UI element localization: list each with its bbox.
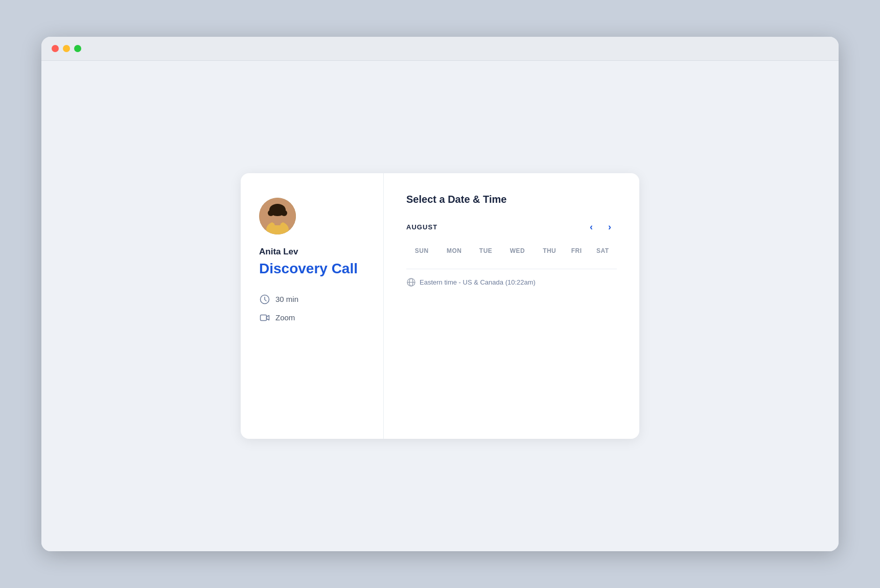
traffic-light-fullscreen[interactable]	[74, 45, 81, 52]
avatar-wrapper	[259, 198, 365, 234]
avatar	[259, 198, 296, 234]
browser-titlebar	[41, 37, 839, 61]
right-panel: Select a Date & Time AUGUST ‹ › SUN MON …	[384, 173, 639, 439]
calendar-grid: SUN MON TUE WED THU FRI SAT	[406, 244, 617, 260]
svg-rect-9	[261, 315, 267, 320]
calendar-header: AUGUST ‹ ›	[406, 220, 617, 234]
weekday-thu: THU	[535, 244, 565, 260]
timezone-row: Eastern time - US & Canada (10:22am)	[406, 269, 617, 287]
traffic-light-close[interactable]	[52, 45, 59, 52]
weekday-sun: SUN	[406, 244, 437, 260]
section-title: Select a Date & Time	[406, 194, 617, 205]
next-month-button[interactable]: ›	[603, 220, 617, 234]
left-panel: Anita Lev Discovery Call 30 min	[241, 173, 384, 439]
weekday-mon: MON	[437, 244, 471, 260]
weekday-fri: FRI	[565, 244, 589, 260]
clock-icon	[259, 294, 270, 305]
weekday-sat: SAT	[589, 244, 617, 260]
timezone-text: Eastern time - US & Canada (10:22am)	[420, 278, 536, 286]
weekday-tue: TUE	[471, 244, 500, 260]
event-title: Discovery Call	[259, 260, 365, 277]
browser-content: Anita Lev Discovery Call 30 min	[41, 61, 839, 551]
platform-row: Zoom	[259, 312, 365, 323]
browser-window: Anita Lev Discovery Call 30 min	[41, 37, 839, 551]
weekday-wed: WED	[500, 244, 534, 260]
nav-buttons: ‹ ›	[584, 220, 617, 234]
host-name: Anita Lev	[259, 247, 365, 257]
platform-text: Zoom	[275, 313, 295, 322]
duration-row: 30 min	[259, 294, 365, 305]
month-label: AUGUST	[406, 223, 437, 231]
scheduling-card: Anita Lev Discovery Call 30 min	[241, 173, 639, 439]
zoom-icon	[259, 312, 270, 323]
prev-month-button[interactable]: ‹	[584, 220, 598, 234]
traffic-light-minimize[interactable]	[63, 45, 70, 52]
duration-text: 30 min	[275, 295, 298, 303]
globe-icon	[406, 277, 415, 287]
svg-point-7	[271, 207, 284, 215]
weekday-header-row: SUN MON TUE WED THU FRI SAT	[406, 244, 617, 260]
